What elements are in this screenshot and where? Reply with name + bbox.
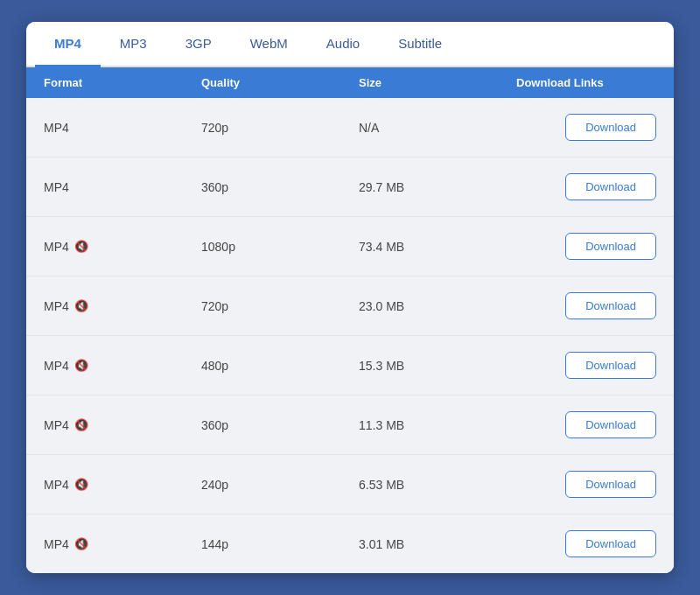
size-cell: 73.4 MB <box>359 224 516 270</box>
download-cell: Download <box>516 276 656 335</box>
download-cell: Download <box>516 336 656 395</box>
download-cell: Download <box>516 514 656 573</box>
download-button[interactable]: Download <box>565 411 656 438</box>
quality-cell: 1080p <box>201 224 359 270</box>
muted-icon: 🔇 <box>74 537 88 550</box>
format-cell: MP4🔇 <box>44 284 201 329</box>
format-cell: MP4🔇 <box>44 402 201 448</box>
quality-cell: 720p <box>201 105 359 150</box>
size-cell: 15.3 MB <box>359 343 516 388</box>
table-row: MP4🔇144p3.01 MBDownload <box>26 514 674 573</box>
format-cell: MP4 <box>44 105 201 150</box>
tab-mp4[interactable]: MP4 <box>35 22 101 67</box>
table-body: MP4720pN/ADownloadMP4360p29.7 MBDownload… <box>26 98 674 573</box>
header-cell-quality: Quality <box>201 76 359 89</box>
format-label: MP4 <box>44 121 69 135</box>
format-label: MP4 <box>44 478 69 492</box>
quality-cell: 360p <box>201 164 359 210</box>
download-button[interactable]: Download <box>565 114 656 141</box>
quality-cell: 240p <box>201 462 359 508</box>
table-row: MP4🔇240p6.53 MBDownload <box>26 455 674 514</box>
download-button[interactable]: Download <box>565 352 656 379</box>
size-cell: 23.0 MB <box>359 284 516 329</box>
header-cell-download-links: Download Links <box>516 76 656 89</box>
format-label: MP4 <box>44 240 69 254</box>
tab-webm[interactable]: WebM <box>231 22 307 67</box>
tab-3gp[interactable]: 3GP <box>166 22 231 67</box>
table-header: FormatQualitySizeDownload Links <box>26 67 674 98</box>
download-cell: Download <box>516 217 656 276</box>
table-row: MP4🔇360p11.3 MBDownload <box>26 396 674 455</box>
download-button[interactable]: Download <box>565 233 656 260</box>
size-cell: 29.7 MB <box>359 164 516 210</box>
format-cell: MP4🔇 <box>44 224 201 270</box>
format-label: MP4 <box>44 180 69 194</box>
tab-mp3[interactable]: MP3 <box>101 22 166 67</box>
main-card: MP4MP33GPWebMAudioSubtitle FormatQuality… <box>26 22 674 573</box>
quality-cell: 144p <box>201 522 359 567</box>
size-cell: N/A <box>359 105 516 150</box>
muted-icon: 🔇 <box>74 299 88 312</box>
table-row: MP4🔇1080p73.4 MBDownload <box>26 217 674 276</box>
format-cell: MP4 <box>44 164 201 210</box>
download-cell: Download <box>516 455 656 514</box>
format-label: MP4 <box>44 537 69 551</box>
size-cell: 6.53 MB <box>359 462 516 508</box>
table-row: MP4🔇480p15.3 MBDownload <box>26 336 674 396</box>
table-row: MP4🔇720p23.0 MBDownload <box>26 276 674 336</box>
table-row: MP4720pN/ADownload <box>26 98 674 158</box>
tab-subtitle[interactable]: Subtitle <box>379 22 461 67</box>
format-label: MP4 <box>44 359 69 373</box>
muted-icon: 🔇 <box>74 240 88 253</box>
download-cell: Download <box>516 98 656 157</box>
download-cell: Download <box>516 396 656 454</box>
format-cell: MP4🔇 <box>44 343 201 388</box>
header-cell-format: Format <box>44 76 201 89</box>
table-row: MP4360p29.7 MBDownload <box>26 158 674 217</box>
tab-bar: MP4MP33GPWebMAudioSubtitle <box>26 22 674 67</box>
format-cell: MP4🔇 <box>44 522 201 567</box>
muted-icon: 🔇 <box>74 418 88 431</box>
size-cell: 3.01 MB <box>359 522 516 567</box>
format-label: MP4 <box>44 418 69 432</box>
format-label: MP4 <box>44 299 69 313</box>
header-cell-size: Size <box>359 76 516 89</box>
download-button[interactable]: Download <box>565 173 656 200</box>
quality-cell: 480p <box>201 343 359 388</box>
format-cell: MP4🔇 <box>44 462 201 508</box>
download-button[interactable]: Download <box>565 471 656 498</box>
download-button[interactable]: Download <box>565 530 656 557</box>
size-cell: 11.3 MB <box>359 402 516 448</box>
tab-audio[interactable]: Audio <box>307 22 379 67</box>
download-button[interactable]: Download <box>565 292 656 319</box>
download-cell: Download <box>516 158 656 216</box>
quality-cell: 360p <box>201 402 359 448</box>
muted-icon: 🔇 <box>74 359 88 372</box>
muted-icon: 🔇 <box>74 478 88 491</box>
quality-cell: 720p <box>201 284 359 329</box>
